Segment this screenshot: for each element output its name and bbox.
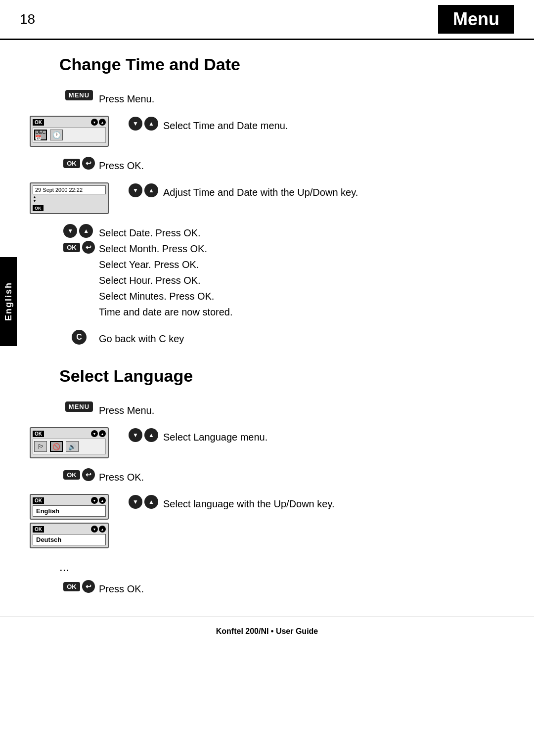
ellipsis: ...: [59, 560, 514, 574]
up-down-arrows-2: ▼ ▲: [129, 183, 158, 197]
sidebar-label: English: [3, 282, 14, 321]
deutsch-entry: Deutsch: [33, 534, 106, 545]
screen-language-entries: OK ▼ ▲ English OK ▼ ▲ Deutsch: [30, 494, 119, 551]
step-go-back: C Go back with C key: [59, 329, 514, 347]
lang-ok-c-icon-col: OK ↩: [59, 467, 99, 481]
step-text-5: Select Date. Press OK. Select Month. Pre…: [99, 223, 514, 320]
footer-text: Konftel 200/NI • User Guide: [216, 627, 318, 635]
lang-down-arrow: ▼: [129, 428, 142, 442]
c-key-icon-col: C: [59, 329, 99, 345]
ok-c-icon-col-1: OK ↩: [59, 156, 99, 170]
up-arrow: ▲: [144, 117, 158, 131]
device-screen-english: OK ▼ ▲ English: [30, 494, 109, 520]
screen-language-icons: OK ▼ ▲ 🏳 🚫 🔊: [30, 427, 119, 458]
lang-final-ok-col: OK ↩: [59, 579, 99, 593]
lang-step-text-1: Press Menu.: [99, 400, 514, 418]
down-arrow: ▼: [129, 117, 142, 131]
lang-menu-icon: MENU: [65, 401, 93, 412]
device-screen-lang-1: OK ▼ ▲ 🏳 🚫 🔊: [30, 427, 109, 458]
lang-step-text-2: Select Language menu.: [163, 427, 514, 445]
up-arrow-3: ▲: [79, 224, 93, 238]
down-arrow-3: ▼: [63, 224, 77, 238]
page-title: Menu: [438, 5, 514, 34]
lang-step-select-language: OK ▼ ▲ English OK ▼ ▲ Deutsch: [30, 494, 514, 551]
device-screen-deutsch: OK ▼ ▲ Deutsch: [30, 523, 109, 548]
lang-icon-1: 🏳: [34, 441, 47, 452]
step-adjust-time-date: 29 Sept 2000 22:22 ▲ ▼ OK ▼ ▲ Adjust Tim…: [30, 182, 514, 214]
down-arrow-2: ▼: [129, 183, 142, 197]
page-number: 18: [20, 11, 35, 27]
dec-icon: DEC📅: [34, 130, 47, 140]
lang-up-down-arrows: ▼ ▲: [129, 428, 158, 442]
step-text-1: Press Menu.: [99, 89, 514, 107]
step-text-2: Select Time and Date menu.: [163, 116, 514, 133]
device-screen-2: 29 Sept 2000 22:22 ▲ ▼ OK: [30, 182, 109, 214]
sidebar-language-tab: English: [0, 257, 17, 346]
lang-step-text-5: Press OK.: [99, 579, 514, 597]
lang-up-arrow: ▲: [144, 428, 158, 442]
lang-down-arrow-2: ▼: [129, 495, 142, 509]
section-select-language: Select Language MENU Press Menu. OK ▼ ▲: [0, 366, 534, 597]
header: 18 Menu: [0, 0, 534, 40]
ok-c-icon-2: OK ↩: [63, 241, 95, 254]
lang-step-select-lang-menu: OK ▼ ▲ 🏳 🚫 🔊: [30, 427, 514, 458]
menu-icon: MENU: [65, 90, 93, 100]
step-select-date-fields: ▼ ▲ OK ↩ Select Date. Press OK. Select M…: [59, 223, 514, 320]
arrows-icon-col-2: ▼ ▲: [124, 182, 163, 197]
english-entry: English: [33, 505, 106, 517]
step-text-4: Adjust Time and Date with the Up/Down ke…: [163, 182, 514, 200]
lang-menu-icon-col: MENU: [59, 400, 99, 412]
clock-icon: 🕐: [50, 130, 63, 140]
step-select-time-date: OK ▼ ▲ DEC📅 🕐 ▼ ▲: [30, 116, 514, 147]
lang-up-arrow-2: ▲: [144, 495, 158, 509]
arrows-icon-col-1: ▼ ▲: [124, 116, 163, 131]
lang-final-ok-icon: OK ↩: [63, 580, 95, 593]
menu-icon-col: MENU: [59, 89, 99, 100]
up-arrow-2: ▲: [144, 183, 158, 197]
c-key-icon: C: [72, 330, 87, 345]
lang-up-down-arrows-2: ▼ ▲: [129, 495, 158, 509]
lang-icon-3: 🔊: [66, 441, 79, 452]
arrows-ok-icon-col: ▼ ▲ OK ↩: [59, 223, 99, 254]
section-change-time: Change Time and Date MENU Press Menu. OK…: [0, 55, 534, 347]
step-press-ok-1: OK ↩ Press OK.: [59, 156, 514, 174]
lang-arrows-icon-col-2: ▼ ▲: [124, 494, 163, 509]
ok-c-icon-1: OK ↩: [63, 157, 95, 170]
step-press-menu-1: MENU Press Menu.: [59, 89, 514, 107]
lang-step-press-menu: MENU Press Menu.: [59, 400, 514, 418]
screen-date-display: 29 Sept 2000 22:22 ▲ ▼ OK: [30, 182, 119, 214]
step-text-6: Go back with C key: [99, 329, 514, 347]
up-down-arrows-3: ▼ ▲: [63, 224, 95, 238]
footer: Konftel 200/NI • User Guide: [0, 617, 534, 646]
lang-ok-c-icon: OK ↩: [63, 468, 95, 481]
section-select-language-title: Select Language: [59, 366, 494, 386]
lang-step-text-4: Select language with the Up/Down key.: [163, 494, 514, 512]
device-screen-1: OK ▼ ▲ DEC📅 🕐: [30, 116, 109, 147]
lang-arrows-icon-col: ▼ ▲: [124, 427, 163, 442]
section-change-time-title: Change Time and Date: [59, 55, 494, 74]
lang-step-text-3: Press OK.: [99, 467, 514, 485]
screen-time-date-icons: OK ▼ ▲ DEC📅 🕐: [30, 116, 119, 147]
up-down-arrows-1: ▼ ▲: [129, 117, 158, 131]
lang-step-press-ok: OK ↩ Press OK.: [59, 467, 514, 485]
step-text-3: Press OK.: [99, 156, 514, 174]
lang-step-final-ok: OK ↩ Press OK.: [59, 579, 514, 597]
lang-icon-2: 🚫: [50, 441, 63, 452]
